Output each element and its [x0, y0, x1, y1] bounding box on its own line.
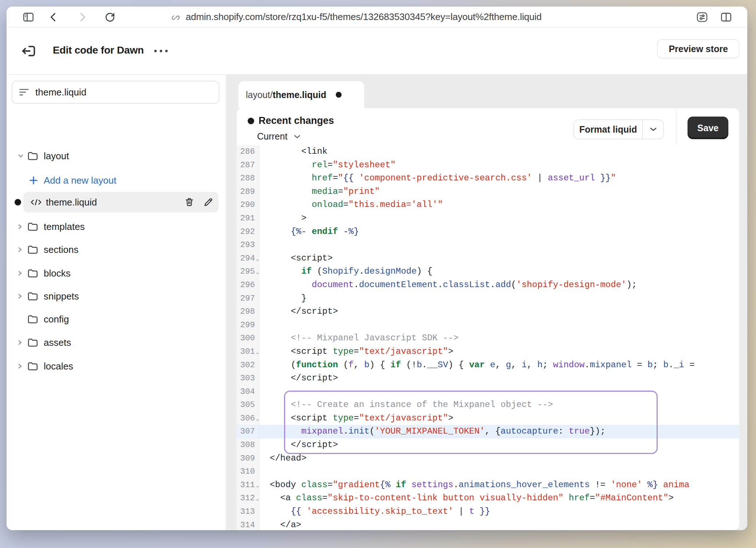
code-line-295[interactable]: 295⌄ if (Shopify.designMode) { [237, 265, 739, 278]
code-line-299[interactable]: 299 [237, 318, 739, 332]
code-text: <a class="skip-to-content-link button vi… [259, 492, 739, 505]
sidebar-item-templates[interactable]: templates [7, 216, 226, 237]
sidebar-item-assets[interactable]: assets [7, 332, 226, 353]
unsaved-changes-dot [336, 92, 342, 98]
address-bar[interactable]: admin.shopify.com/store/rzq1xu-f5/themes… [171, 7, 542, 27]
editor-tab[interactable]: layout/theme.liquid [239, 81, 364, 108]
pencil-icon [203, 197, 213, 207]
code-line-304[interactable]: 304 [237, 385, 739, 399]
code-line-289[interactable]: 289 media="print" [237, 185, 739, 199]
code-line-287[interactable]: 287 rel="stylesheet" [237, 158, 739, 172]
code-line-297[interactable]: 297 } [237, 292, 739, 305]
plus-icon [28, 175, 39, 185]
line-number: 301⌄ [237, 345, 259, 359]
code-line-308[interactable]: 308 </script> [237, 438, 739, 452]
line-number: 290 [237, 198, 259, 212]
sidebar-item-locales[interactable]: locales [7, 356, 226, 376]
back-button[interactable] [46, 10, 61, 24]
reload-button[interactable] [103, 10, 117, 24]
browser-toolbar: admin.shopify.com/store/rzq1xu-f5/themes… [7, 7, 747, 27]
line-number: 310 [237, 465, 259, 478]
split-view-button[interactable] [719, 10, 733, 24]
line-number: 312⌄ [237, 492, 259, 505]
code-line-290[interactable]: 290 onload="this.media='all'" [237, 198, 739, 212]
code-line-300[interactable]: 300 <!-- Mixpanel Javascript SDK --> [237, 332, 739, 345]
fold-chevron-icon[interactable]: ⌄ [255, 492, 260, 506]
code-line-291[interactable]: 291 > [237, 212, 739, 225]
reload-icon [104, 11, 116, 23]
sidebar-item-snippets[interactable]: snippets [7, 286, 226, 306]
code-line-288[interactable]: 288 href="{{ 'component-predictive-searc… [237, 172, 739, 185]
folder-icon [27, 244, 38, 255]
code-line-313[interactable]: 313 {{ 'accessibility.skip_to_text' | t … [237, 505, 739, 518]
version-selector[interactable]: Current [257, 131, 301, 142]
code-text: </script> [259, 372, 739, 385]
code-text: <body class="gradient{% if settings.anim… [259, 478, 739, 492]
code-line-312[interactable]: 312⌄ <a class="skip-to-content-link butt… [237, 492, 739, 505]
code-line-307[interactable]: 307 mixpanel.init('YOUR_MIXPANEL_TOKEN',… [237, 425, 739, 438]
line-number: 298 [237, 305, 259, 318]
code-line-294[interactable]: 294⌄ <script> [237, 252, 739, 265]
format-liquid-caret-button[interactable] [642, 120, 664, 139]
editor-panel: Recent changes Current Format liquid [237, 108, 739, 530]
sidebar-item-config[interactable]: config [7, 309, 226, 329]
fold-chevron-icon[interactable]: ⌄ [255, 479, 260, 493]
fold-chevron-icon[interactable]: ⌄ [255, 253, 260, 266]
forward-button[interactable] [75, 10, 90, 24]
folder-icon [27, 361, 38, 371]
fold-chevron-icon[interactable]: ⌄ [255, 266, 260, 279]
exit-editor-button[interactable] [20, 42, 38, 60]
code-line-314[interactable]: 314 </a> [237, 518, 739, 530]
code-line-303[interactable]: 303 </script> [237, 372, 739, 385]
code-line-311[interactable]: 311⌄ <body class="gradient{% if settings… [237, 478, 739, 492]
rename-file-button[interactable] [201, 195, 216, 210]
code-line-302[interactable]: 302 (function (f, b) { if (!b.__SV) { va… [237, 359, 739, 372]
sidebar-item-layout[interactable]: layout [7, 146, 226, 166]
more-actions-button[interactable] [151, 44, 170, 58]
recent-changes-label: Recent changes [259, 115, 334, 126]
sidebar-toggle-button[interactable] [21, 10, 36, 24]
file-search-input[interactable]: theme.liquid [12, 81, 219, 103]
line-number: 294⌄ [237, 252, 259, 265]
browser-settings-button[interactable] [695, 10, 709, 24]
code-line-292[interactable]: 292 {%- endif -%} [237, 225, 739, 239]
code-line-306[interactable]: 306⌄ <script type="text/javascript"> [237, 412, 739, 425]
folder-icon [27, 337, 38, 348]
tab-file-name: theme.liquid [273, 90, 326, 100]
code-text: media="print" [259, 185, 739, 199]
folder-icon [27, 222, 38, 232]
fold-chevron-icon[interactable]: ⌄ [255, 346, 260, 359]
tune-icon [696, 11, 708, 23]
link-icon [171, 12, 181, 22]
line-number: 308 [237, 438, 259, 452]
format-liquid-button[interactable]: Format liquid [574, 120, 642, 139]
code-text [259, 385, 739, 399]
sidebar-item-theme-liquid[interactable]: theme.liquid [7, 192, 226, 212]
delete-file-button[interactable] [182, 195, 197, 210]
toolbar-divider [676, 108, 676, 145]
sidebar-item-sections[interactable]: sections [7, 239, 226, 260]
folder-name: templates [44, 221, 85, 232]
code-text: (function (f, b) { if (!b.__SV) { var e,… [259, 359, 739, 372]
code-line-310[interactable]: 310 [237, 465, 739, 478]
code-editor[interactable]: 286 <link287 rel="stylesheet"288 href="{… [237, 145, 739, 530]
code-line-298[interactable]: 298 </script> [237, 305, 739, 318]
preview-store-button[interactable]: Preview store [657, 39, 739, 58]
code-line-301[interactable]: 301⌄ <script type="text/javascript"> [237, 345, 739, 359]
code-line-293[interactable]: 293 [237, 238, 739, 252]
tab-path-prefix: layout/ [246, 90, 273, 100]
code-line-309[interactable]: 309 </head> [237, 452, 739, 465]
sidebar-add-layout[interactable]: Add a new layout [7, 170, 226, 191]
code-line-305[interactable]: 305 <!-- Create an instance of the Mixpa… [237, 398, 739, 412]
code-line-286[interactable]: 286 <link [237, 145, 739, 158]
line-number: 306⌄ [237, 412, 259, 425]
fold-chevron-icon[interactable]: ⌄ [255, 412, 260, 426]
sidebar-item-blocks[interactable]: blocks [7, 263, 226, 283]
folder-name: config [44, 314, 69, 325]
code-line-296[interactable]: 296 document.documentElement.classList.a… [237, 278, 739, 292]
line-number: 286 [237, 145, 259, 158]
modified-dot [15, 199, 21, 206]
code-text: <!-- Create an instance of the Mixpanel … [259, 398, 739, 412]
save-button[interactable]: Save [688, 117, 728, 139]
line-number: 299 [237, 318, 259, 332]
